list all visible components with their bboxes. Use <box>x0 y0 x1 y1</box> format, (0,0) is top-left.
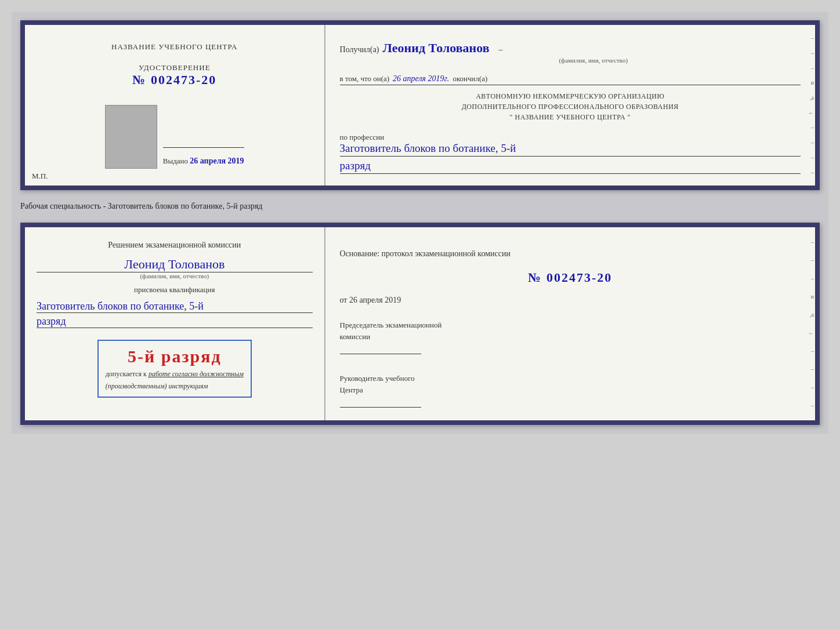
issued-line: Выдано 26 апреля 2019 <box>163 157 244 166</box>
commission-title: Решением экзаменационной комиссии <box>108 239 241 251</box>
cert-number: № 002473-20 <box>132 72 216 87</box>
top-doc-left: НАЗВАНИЕ УЧЕБНОГО ЦЕНТРА УДОСТОВЕРЕНИЕ №… <box>25 25 325 186</box>
specialty-label: Рабочая специальность - Заготовитель бло… <box>20 199 820 214</box>
bottom-document: Решением экзаменационной комиссии Леонид… <box>20 223 820 425</box>
confirm-suffix: окончил(а) <box>452 74 487 83</box>
commission-name: Леонид Толованов <box>37 257 313 272</box>
head-signature-line <box>340 407 421 408</box>
top-document: НАЗВАНИЕ УЧЕБНОГО ЦЕНТРА УДОСТОВЕРЕНИЕ №… <box>20 20 820 190</box>
razryad2-handwritten: разряд <box>37 315 313 328</box>
chairman-signature-line <box>340 354 421 354</box>
badge-permission: допускается к работе согласно должностны… <box>106 370 244 379</box>
bottom-right-edge-labels: – – – и ,а ← – – – – <box>808 233 814 415</box>
recipient-subtitle: (фамилия, имя, отчество) <box>386 57 801 64</box>
badge-box: 5-й разряд допускается к работе согласно… <box>97 340 252 398</box>
recipient-name: Леонид Толованов <box>383 41 490 56</box>
badge-rank: 5-й разряд <box>106 347 244 366</box>
fio-subtitle: (фамилия, имя, отчество) <box>37 272 313 279</box>
page-container: НАЗВАНИЕ УЧЕБНОГО ЦЕНТРА УДОСТОВЕРЕНИЕ №… <box>12 12 828 434</box>
photo-placeholder <box>105 105 157 169</box>
profession-block: по профессии Заготовитель блоков по бота… <box>340 133 801 174</box>
chairman-title: Председатель экзаменационной комиссии <box>340 319 801 342</box>
confirm-date: 26 апреля 2019г. <box>393 74 449 83</box>
qualification-handwritten: Заготовитель блоков по ботанике, 5-й <box>37 300 313 313</box>
right-edge-labels: – – – и ,а ← – – – – <box>808 31 814 180</box>
top-doc-right: Получил(а) Леонид Толованов – (фамилия, … <box>325 25 815 186</box>
received-label: Получил(а) <box>340 45 379 54</box>
head-title: Руководитель учебного Центра <box>340 373 801 395</box>
profession-handwritten: Заготовитель блоков по ботанике, 5-й <box>340 142 801 157</box>
bottom-doc-right: Основание: протокол экзаменационной коми… <box>325 227 815 420</box>
cert-label: УДОСТОВЕРЕНИЕ <box>132 63 216 72</box>
basis-label: Основание: протокол экзаменационной коми… <box>340 248 801 260</box>
badge-permission-italic: (производственным) инструкциям <box>106 382 244 391</box>
issued-date: 26 апреля 2019 <box>190 157 244 165</box>
cert-number-block: УДОСТОВЕРЕНИЕ № 002473-20 <box>132 63 216 88</box>
center-title: НАЗВАНИЕ УЧЕБНОГО ЦЕНТРА <box>111 42 237 52</box>
confirm-prefix: в том, что он(а) <box>340 74 390 83</box>
razryad-handwritten: разряд <box>340 159 801 174</box>
org-block: АВТОНОМНУЮ НЕКОММЕРЧЕСКУЮ ОРГАНИЗАЦИЮ ДО… <box>340 91 801 122</box>
head-block: Руководитель учебного Центра <box>340 373 801 409</box>
protocol-date: от 26 апреля 2019 <box>340 296 801 305</box>
chairman-block: Председатель экзаменационной комиссии <box>340 319 801 355</box>
protocol-number: № 002473-20 <box>340 270 801 285</box>
qualification-label: присвоена квалификация <box>134 285 215 294</box>
mp-label: М.П. <box>32 172 48 181</box>
bottom-doc-left: Решением экзаменационной комиссии Леонид… <box>25 227 325 420</box>
